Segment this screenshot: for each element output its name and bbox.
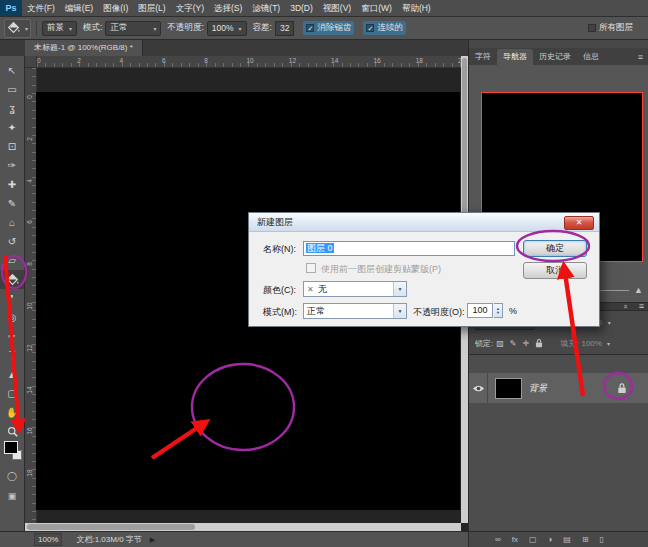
paint-bucket-tool[interactable] (0, 270, 24, 289)
path-selection-tool[interactable]: ▲ (0, 365, 24, 384)
menubar-item[interactable]: 帮助(H) (397, 0, 436, 16)
name-label: 名称(N): (263, 243, 296, 256)
vertical-scrollbar-thumb[interactable] (462, 58, 467, 218)
ruler-tick-label: 4 (25, 175, 35, 187)
menubar-item[interactable]: 滤镜(T) (247, 0, 285, 16)
menubar-item[interactable]: 文件(F) (22, 0, 60, 16)
fill-source-dropdown[interactable]: 前景 ▾ (42, 21, 77, 36)
clone-stamp-tool[interactable]: ⌂ (0, 213, 24, 232)
panel-tab-inactive[interactable]: 字符 (469, 49, 497, 65)
fill-value[interactable]: 100% (581, 339, 601, 348)
panel-tab-inactive[interactable]: 信息 (577, 49, 605, 65)
menubar-item[interactable]: 3D(D) (285, 0, 318, 16)
chevron-down-icon: ▾ (153, 25, 156, 32)
ruler-tick-label: 18 (416, 57, 423, 64)
adjustment-layer-icon[interactable]: ◑ (548, 535, 553, 544)
menubar-item[interactable]: 选择(S) (209, 0, 247, 16)
panel-tab-inactive[interactable]: 历史记录 (533, 49, 577, 65)
panel-menu-icon[interactable]: ≡ (639, 301, 644, 311)
dodge-tool[interactable]: ◎ (0, 308, 24, 327)
checkbox-checked-icon: ✓ (366, 24, 374, 32)
fill-label: 填充: (560, 338, 578, 349)
all-layers-checkbox[interactable]: 所有图层 (585, 21, 636, 35)
screen-mode-icon[interactable]: ▣ (0, 488, 24, 504)
lock-all-icon[interactable] (535, 338, 543, 348)
all-layers-label: 所有图层 (599, 22, 633, 34)
color-dropdown[interactable]: ✕ 无 ▼ (303, 281, 407, 297)
brush-tool[interactable]: ✎ (0, 194, 24, 213)
quick-selection-tool[interactable]: ✦ (0, 118, 24, 137)
move-tool[interactable]: ↖ (0, 61, 24, 80)
layer-group-icon[interactable]: ▤ (563, 535, 571, 544)
mode-dropdown[interactable]: 正常 ▼ (303, 303, 407, 319)
ruler-tick-label: 6 (162, 57, 166, 64)
layers-list: 背景 (469, 354, 648, 531)
clipping-mask-checkbox[interactable] (306, 263, 316, 273)
dialog-close-button[interactable]: ✕ (564, 216, 594, 230)
new-layer-icon[interactable]: ⊞ (582, 535, 589, 544)
fill-source-value: 前景 (47, 22, 64, 34)
status-popup-arrow-icon[interactable]: ▶ (150, 536, 155, 544)
document-tab[interactable]: 未标题-1 @ 100%(RGB/8) * (25, 40, 143, 56)
ruler-tick-label: 6 (25, 216, 35, 228)
horizontal-scrollbar[interactable] (25, 523, 461, 531)
opacity-value: 100% (212, 23, 234, 33)
collapse-panels-icon[interactable]: » (620, 304, 629, 308)
layer-name-input[interactable]: 图层 0 (303, 241, 515, 256)
layer-visibility-toggle[interactable] (469, 373, 488, 403)
ok-button[interactable]: 确定 (523, 240, 587, 257)
horizontal-scrollbar-thumb[interactable] (27, 524, 195, 530)
link-layers-icon[interactable]: ∞ (495, 535, 501, 544)
add-layer-mask-icon[interactable]: ▢ (529, 535, 537, 544)
marquee-tool[interactable]: ▭ (0, 80, 24, 99)
panel-tab-active[interactable]: 导航器 (497, 49, 533, 65)
panel-menu-icon[interactable]: ≡ (638, 49, 648, 65)
layer-effects-icon[interactable]: fx (512, 535, 518, 544)
zoom-tool[interactable] (0, 422, 24, 441)
anti-alias-checkbox[interactable]: ✓ 消除锯齿 (303, 21, 354, 35)
ruler-tick-label: 4 (120, 57, 124, 64)
ruler-tick-label: 12 (25, 342, 35, 354)
eyedropper-tool[interactable]: ✑ (0, 156, 24, 175)
menubar-item[interactable]: 视图(V) (318, 0, 356, 16)
dialog-opacity-input[interactable]: 100 (467, 303, 493, 318)
chevron-down-icon: ▼ (393, 304, 406, 318)
opacity-spinner[interactable]: ▲▼ (494, 303, 503, 318)
pen-tool[interactable]: ✒ (0, 327, 24, 346)
opacity-dropdown[interactable]: 100% ▾ (207, 21, 247, 36)
menubar-item[interactable]: 图层(L) (133, 0, 170, 16)
lasso-tool[interactable]: ʓ (0, 99, 24, 118)
cancel-button[interactable]: 取消 (523, 262, 587, 279)
contiguous-checkbox[interactable]: ✓ 连续的 (363, 21, 406, 35)
dialog-title: 新建图层 (257, 216, 293, 229)
type-tool[interactable]: T (0, 346, 24, 365)
zoom-level-field[interactable]: 100% (34, 533, 62, 546)
layer-row-background[interactable]: 背景 (469, 373, 648, 403)
tolerance-input[interactable]: 32 (275, 21, 294, 36)
healing-brush-tool[interactable]: ✚ (0, 175, 24, 194)
menubar-item[interactable]: 文字(Y) (171, 0, 209, 16)
hand-tool[interactable]: ✋ (0, 403, 24, 422)
lock-image-icon[interactable]: ✎ (510, 338, 517, 348)
layer-thumbnail[interactable] (495, 378, 522, 399)
shape-tool[interactable]: ▢ (0, 384, 24, 403)
blur-tool[interactable]: ❜ (0, 289, 24, 308)
zoom-in-icon[interactable]: ▲ (634, 285, 643, 295)
lock-position-icon[interactable]: ✛ (523, 338, 530, 348)
dialog-title-bar[interactable]: 新建图层 (249, 213, 599, 232)
history-brush-tool[interactable]: ↺ (0, 232, 24, 251)
layer-lock-icon[interactable] (617, 382, 627, 394)
menubar-item[interactable]: 窗口(W) (356, 0, 397, 16)
eraser-tool[interactable]: ▱ (0, 251, 24, 270)
menubar-item[interactable]: 编辑(E) (60, 0, 98, 16)
crop-tool[interactable]: ⊡ (0, 137, 24, 156)
ruler-tick-label: 2 (25, 133, 35, 145)
quick-mask-icon[interactable]: ◯ (0, 468, 24, 484)
blend-mode-dropdown[interactable]: 正常 ▾ (105, 21, 161, 36)
foreground-color-swatch[interactable] (4, 441, 18, 454)
document-tab-strip: 未标题-1 @ 100%(RGB/8) * (0, 40, 468, 56)
delete-layer-icon[interactable]: ▯ (600, 535, 604, 544)
tool-preset-picker[interactable]: ▾ (4, 19, 31, 38)
lock-transparent-pixels-icon[interactable]: ▨ (496, 338, 504, 348)
menubar-item[interactable]: 图像(I) (98, 0, 133, 16)
